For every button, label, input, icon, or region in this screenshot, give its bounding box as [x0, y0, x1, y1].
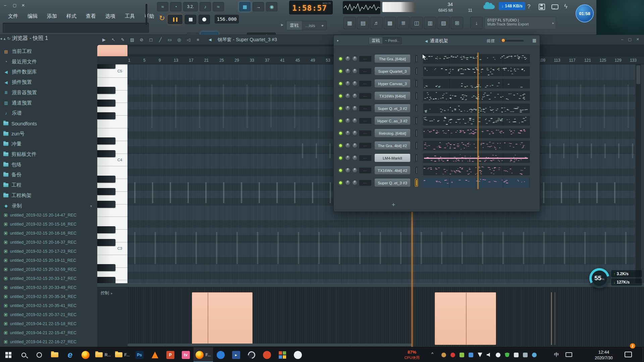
pr-menu[interactable]: ▶: [100, 36, 108, 44]
slice-tool[interactable]: ╱: [156, 36, 164, 44]
sidebar-item-zun号[interactable]: zun号: [0, 129, 97, 139]
pause-button[interactable]: [168, 15, 182, 24]
menu-item-查看[interactable]: 查看: [83, 12, 99, 20]
swing-knob[interactable]: [501, 39, 505, 42]
pattern-name-2[interactable]: ...isis: [302, 21, 319, 30]
volume-knob[interactable]: [352, 130, 358, 136]
network-gauge[interactable]: 55 %: [589, 268, 609, 288]
channel-enable-led[interactable]: [339, 82, 342, 85]
pencil-tool[interactable]: ✎: [119, 36, 127, 44]
file-item[interactable]: untitled_2019-02-15 20-17-23_REC: [0, 247, 97, 256]
channel-name-button[interactable]: Super Q..et_3 #3: [375, 179, 410, 187]
pan-knob[interactable]: [345, 168, 351, 173]
tray-wifi[interactable]: [478, 353, 482, 357]
powerpoint[interactable]: P: [163, 347, 178, 362]
notification-center-icon[interactable]: [625, 352, 632, 357]
task-view-button[interactable]: [32, 347, 47, 362]
preview-tool[interactable]: ◁: [184, 36, 193, 44]
photoshop[interactable]: Ps: [132, 347, 147, 362]
tray-expand-icon[interactable]: ^: [431, 351, 433, 356]
obs-studio[interactable]: [244, 347, 259, 362]
channel-name-button[interactable]: Super Quartet_3: [375, 67, 410, 75]
sidebar-item-插件数据库[interactable]: ◀插件数据库: [0, 67, 97, 77]
piano-key-black[interactable]: [97, 239, 115, 246]
file-item[interactable]: untitled_2019-02-15 20-35-41_REC: [0, 301, 97, 310]
step-edit-icon[interactable]: →: [253, 2, 264, 11]
file-explorer[interactable]: [47, 347, 62, 362]
pattern-name[interactable]: 霊戦: [286, 21, 302, 30]
sidebar-item-剪贴板文件[interactable]: 剪贴板文件: [0, 149, 97, 160]
volume-knob[interactable]: [352, 93, 358, 99]
fl-studio[interactable]: F...: [194, 347, 213, 362]
channel-name-button[interactable]: Hyper C..as_3 #2: [375, 117, 410, 125]
channel-pattern-preview[interactable]: [423, 91, 530, 101]
channel-name-button[interactable]: LM4-MarkII: [375, 154, 410, 162]
channel-pattern-preview[interactable]: [423, 178, 530, 188]
channel-name-button[interactable]: Hyper Canvas_3: [375, 79, 410, 87]
sidebar-item-混音器预置[interactable]: ≣混音器预置: [0, 87, 97, 98]
snap-menu[interactable]: ≡: [194, 36, 202, 44]
pan-knob[interactable]: [345, 143, 351, 148]
folder-r[interactable]: R...: [93, 347, 113, 362]
piano-key-black[interactable]: [97, 87, 115, 94]
piano-key-black[interactable]: [97, 150, 115, 157]
audio-clip[interactable]: [192, 292, 253, 345]
file-item[interactable]: untitled_2019-04-21 22-16-27_REC: [0, 337, 97, 346]
channel-target-selector[interactable]: [415, 67, 418, 75]
start-button[interactable]: [1, 347, 16, 362]
master-volume-knob[interactable]: [144, 13, 149, 18]
channel-target-selector[interactable]: [415, 92, 418, 100]
playlist-track-label[interactable]: 控制 ▸: [101, 290, 113, 296]
toggle-mixer[interactable]: ▩: [384, 17, 396, 29]
bilibili[interactable]: tv: [178, 347, 194, 362]
rack-grid-icon[interactable]: ▦: [532, 38, 536, 43]
channel-target-selector[interactable]: [415, 179, 418, 187]
piano-key-black[interactable]: [97, 100, 115, 107]
save-icon[interactable]: [539, 4, 545, 10]
toggle-playlist[interactable]: ▦: [343, 17, 356, 29]
toggle-browser[interactable]: ≣: [397, 17, 410, 29]
channel-pattern-preview[interactable]: [423, 104, 530, 113]
file-item[interactable]: untitled_2019-04-21 22-15-18_REC: [0, 319, 97, 328]
file-item[interactable]: untitled_2019-02-15 20-37-21_REC: [0, 310, 97, 319]
pan-knob[interactable]: [345, 180, 351, 185]
tray-phone[interactable]: [514, 353, 519, 357]
channel-target-selector[interactable]: [415, 104, 418, 112]
video-app[interactable]: ▸: [228, 347, 244, 362]
channel-rack-header[interactable]: ▸ 霊戦 ~ Perdi.. ◀ 通道机架 摇摆 ▦: [334, 35, 540, 46]
tray-volume[interactable]: [487, 353, 491, 357]
pattern-add-button[interactable]: +: [319, 21, 327, 30]
delete-tool[interactable]: ⊘: [138, 36, 146, 44]
multilink-icon[interactable]: ◉: [266, 2, 277, 11]
channel-target-selector[interactable]: [415, 154, 418, 162]
volume-knob[interactable]: [352, 155, 358, 161]
channel-name-button[interactable]: TX16Wx [64bit]: [375, 92, 410, 100]
file-item[interactable]: untitled_2019-02-15 20-14-47_REC: [0, 210, 97, 220]
browser-up-icon[interactable]: ▴: [3, 36, 5, 41]
browser-back-icon[interactable]: ◂: [0, 36, 2, 41]
channel-target-selector[interactable]: [415, 141, 418, 149]
menu-item-添加[interactable]: 添加: [44, 12, 60, 20]
toggle-channel-rack[interactable]: ♬: [370, 17, 383, 29]
ime-indicator[interactable]: 中: [554, 352, 559, 358]
sidebar-item-插件预置[interactable]: ◀插件预置: [0, 77, 97, 87]
record-button[interactable]: [199, 15, 210, 24]
select-tool[interactable]: ▭: [166, 36, 174, 44]
cloud-icon[interactable]: [483, 5, 495, 9]
help-icon[interactable]: ?: [527, 3, 530, 10]
tempo-display[interactable]: 156.000: [215, 15, 239, 23]
channel-enable-led[interactable]: [339, 70, 342, 73]
toggle-plugin-picker[interactable]: ◫: [411, 17, 423, 29]
toggle-piano-roll[interactable]: ▤: [357, 17, 369, 29]
volume-knob[interactable]: [352, 118, 358, 123]
zoom-tool[interactable]: ◎: [175, 36, 183, 44]
file-item[interactable]: untitled_2019-04-21 22-15-47_REC: [0, 328, 97, 337]
volume-knob[interactable]: [352, 143, 358, 148]
volume-knob[interactable]: [352, 106, 358, 111]
rack-pattern-name[interactable]: 霊戦: [369, 37, 382, 44]
paint-tool[interactable]: ▨: [128, 36, 136, 44]
envelope-icon[interactable]: ≈: [157, 2, 168, 11]
piano-key-black[interactable]: [97, 226, 115, 233]
thin-clip[interactable]: [555, 292, 555, 345]
piano-key-black[interactable]: [97, 64, 115, 69]
